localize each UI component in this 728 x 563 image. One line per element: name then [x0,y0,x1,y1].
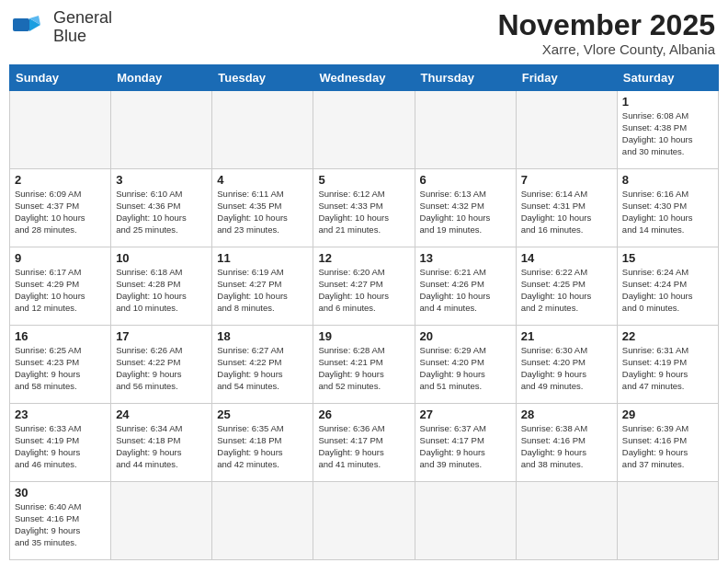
svg-rect-0 [13,18,29,31]
day-number: 2 [15,173,106,187]
day-number: 13 [420,251,511,265]
weekday-header-sunday: Sunday [10,65,111,91]
weekday-header-wednesday: Wednesday [313,65,415,91]
day-info: Sunrise: 6:28 AM Sunset: 4:21 PM Dayligh… [318,345,409,392]
day-number: 30 [15,486,106,500]
day-number: 24 [116,408,207,421]
day-number: 7 [521,173,612,187]
day-info: Sunrise: 6:34 AM Sunset: 4:18 PM Dayligh… [116,423,207,470]
calendar-cell: 21Sunrise: 6:30 AM Sunset: 4:20 PM Dayli… [516,326,617,404]
calendar-week-2: 2Sunrise: 6:09 AM Sunset: 4:37 PM Daylig… [10,169,719,247]
weekday-header-thursday: Thursday [415,65,516,91]
calendar-cell [415,482,516,560]
calendar-week-4: 16Sunrise: 6:25 AM Sunset: 4:23 PM Dayli… [10,326,719,404]
day-number: 15 [622,251,713,265]
calendar-cell [212,482,313,560]
day-info: Sunrise: 6:31 AM Sunset: 4:19 PM Dayligh… [622,345,713,392]
calendar-cell: 3Sunrise: 6:10 AM Sunset: 4:36 PM Daylig… [111,169,212,247]
calendar-cell: 29Sunrise: 6:39 AM Sunset: 4:16 PM Dayli… [617,404,718,482]
day-number: 25 [217,408,308,421]
day-info: Sunrise: 6:25 AM Sunset: 4:23 PM Dayligh… [15,345,106,392]
day-info: Sunrise: 6:27 AM Sunset: 4:22 PM Dayligh… [217,345,308,392]
calendar-cell: 19Sunrise: 6:28 AM Sunset: 4:21 PM Dayli… [313,326,415,404]
day-info: Sunrise: 6:14 AM Sunset: 4:31 PM Dayligh… [521,189,612,236]
calendar-cell [617,482,718,560]
page-header: General Blue November 2025 Xarre, Vlore … [9,9,719,57]
weekday-header-saturday: Saturday [617,65,718,91]
day-number: 6 [420,173,511,187]
day-number: 27 [420,408,511,421]
day-info: Sunrise: 6:11 AM Sunset: 4:35 PM Dayligh… [217,189,308,236]
day-number: 11 [217,251,308,265]
weekday-header-tuesday: Tuesday [212,65,313,91]
day-info: Sunrise: 6:40 AM Sunset: 4:16 PM Dayligh… [15,501,106,548]
calendar-cell: 23Sunrise: 6:33 AM Sunset: 4:19 PM Dayli… [10,404,111,482]
logo: General Blue [13,9,112,46]
day-info: Sunrise: 6:35 AM Sunset: 4:18 PM Dayligh… [217,423,308,470]
calendar-cell: 27Sunrise: 6:37 AM Sunset: 4:17 PM Dayli… [415,404,516,482]
calendar-table: SundayMondayTuesdayWednesdayThursdayFrid… [9,64,719,560]
day-info: Sunrise: 6:30 AM Sunset: 4:20 PM Dayligh… [521,345,612,392]
day-number: 20 [420,329,511,343]
calendar-cell: 1Sunrise: 6:08 AM Sunset: 4:38 PM Daylig… [617,91,718,169]
calendar-cell [415,91,516,169]
logo-icon [13,11,50,43]
day-info: Sunrise: 6:09 AM Sunset: 4:37 PM Dayligh… [15,189,106,236]
day-info: Sunrise: 6:39 AM Sunset: 4:16 PM Dayligh… [622,423,713,470]
calendar-cell [10,91,111,169]
day-number: 21 [521,329,612,343]
day-info: Sunrise: 6:26 AM Sunset: 4:22 PM Dayligh… [116,345,207,392]
calendar-week-6: 30Sunrise: 6:40 AM Sunset: 4:16 PM Dayli… [10,482,719,560]
day-number: 22 [622,329,713,343]
calendar-cell: 25Sunrise: 6:35 AM Sunset: 4:18 PM Dayli… [212,404,313,482]
calendar-cell: 4Sunrise: 6:11 AM Sunset: 4:35 PM Daylig… [212,169,313,247]
day-number: 8 [622,173,713,187]
day-info: Sunrise: 6:38 AM Sunset: 4:16 PM Dayligh… [521,423,612,470]
day-number: 16 [15,329,106,343]
calendar-cell: 6Sunrise: 6:13 AM Sunset: 4:32 PM Daylig… [415,169,516,247]
calendar-cell [313,482,415,560]
calendar-cell: 18Sunrise: 6:27 AM Sunset: 4:22 PM Dayli… [212,326,313,404]
calendar-cell: 12Sunrise: 6:20 AM Sunset: 4:27 PM Dayli… [313,247,415,326]
logo-text: General Blue [53,9,112,46]
day-number: 23 [15,408,106,421]
calendar-cell [212,91,313,169]
weekday-header-friday: Friday [516,65,617,91]
day-number: 19 [318,329,409,343]
day-info: Sunrise: 6:33 AM Sunset: 4:19 PM Dayligh… [15,423,106,470]
calendar-week-3: 9Sunrise: 6:17 AM Sunset: 4:29 PM Daylig… [10,247,719,326]
day-info: Sunrise: 6:22 AM Sunset: 4:25 PM Dayligh… [521,267,612,314]
day-number: 4 [217,173,308,187]
day-number: 9 [15,251,106,265]
day-number: 18 [217,329,308,343]
day-number: 12 [318,251,409,265]
day-info: Sunrise: 6:20 AM Sunset: 4:27 PM Dayligh… [318,267,409,314]
calendar-cell: 17Sunrise: 6:26 AM Sunset: 4:22 PM Dayli… [111,326,212,404]
calendar-cell: 5Sunrise: 6:12 AM Sunset: 4:33 PM Daylig… [313,169,415,247]
calendar-cell: 9Sunrise: 6:17 AM Sunset: 4:29 PM Daylig… [10,247,111,326]
day-number: 5 [318,173,409,187]
calendar-cell [111,91,212,169]
calendar-cell [111,482,212,560]
day-info: Sunrise: 6:10 AM Sunset: 4:36 PM Dayligh… [116,189,207,236]
day-info: Sunrise: 6:16 AM Sunset: 4:30 PM Dayligh… [622,189,713,236]
day-info: Sunrise: 6:24 AM Sunset: 4:24 PM Dayligh… [622,267,713,314]
calendar-cell: 15Sunrise: 6:24 AM Sunset: 4:24 PM Dayli… [617,247,718,326]
calendar-cell: 16Sunrise: 6:25 AM Sunset: 4:23 PM Dayli… [10,326,111,404]
calendar-week-5: 23Sunrise: 6:33 AM Sunset: 4:19 PM Dayli… [10,404,719,482]
day-info: Sunrise: 6:17 AM Sunset: 4:29 PM Dayligh… [15,267,106,314]
calendar-week-1: 1Sunrise: 6:08 AM Sunset: 4:38 PM Daylig… [10,91,719,169]
day-number: 29 [622,408,713,421]
month-title: November 2025 [497,9,715,41]
calendar-cell: 24Sunrise: 6:34 AM Sunset: 4:18 PM Dayli… [111,404,212,482]
day-info: Sunrise: 6:37 AM Sunset: 4:17 PM Dayligh… [420,423,511,470]
day-info: Sunrise: 6:08 AM Sunset: 4:38 PM Dayligh… [622,110,713,157]
weekday-header-monday: Monday [111,65,212,91]
calendar-cell: 10Sunrise: 6:18 AM Sunset: 4:28 PM Dayli… [111,247,212,326]
day-info: Sunrise: 6:19 AM Sunset: 4:27 PM Dayligh… [217,267,308,314]
day-number: 26 [318,408,409,421]
day-info: Sunrise: 6:18 AM Sunset: 4:28 PM Dayligh… [116,267,207,314]
day-number: 10 [116,251,207,265]
calendar-cell: 22Sunrise: 6:31 AM Sunset: 4:19 PM Dayli… [617,326,718,404]
calendar-cell [516,91,617,169]
